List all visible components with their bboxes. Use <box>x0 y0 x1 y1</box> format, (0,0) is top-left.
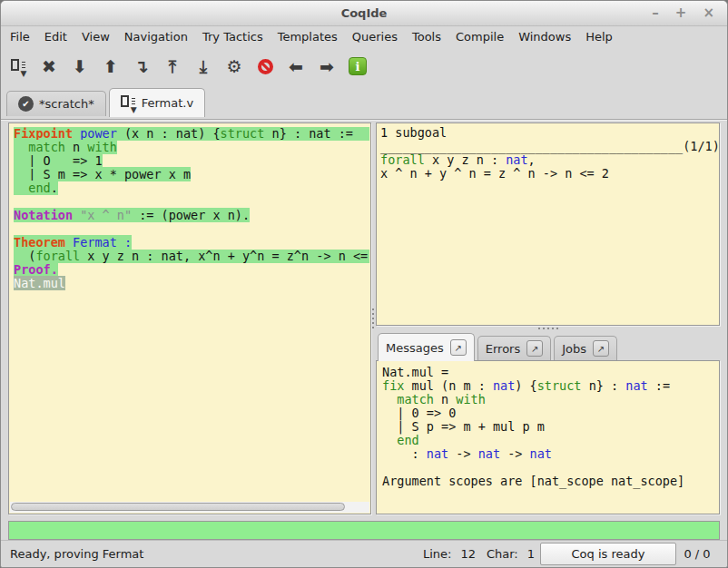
menu-help[interactable]: Help <box>578 27 620 46</box>
save-icon: ▼ <box>11 59 26 74</box>
code-line: (forall x y z n : nat, x^n + y^n = z^n -… <box>14 250 369 263</box>
splitter-handle-icon <box>538 328 558 329</box>
menu-templates[interactable]: Templates <box>271 27 345 46</box>
code-line: | S p => m + mul p m <box>382 420 713 434</box>
tab-scratch[interactable]: ✔ *scratch* <box>6 91 106 116</box>
script-editor[interactable]: Fixpoint power (x n : nat) {struct n} : … <box>10 124 369 501</box>
code-line: | S m => x * power x m <box>14 168 369 181</box>
previous-occurrence-button[interactable]: ⬅ <box>280 51 311 82</box>
code-line: : nat -> nat -> nat <box>382 447 713 461</box>
status-right: Line: 12 Char: 1 Coq is ready 0 / 0 <box>412 543 718 565</box>
messages-pane[interactable]: Nat.mul =fix mul (n m : nat) {struct n} … <box>376 360 720 514</box>
messages-tabbar: Messages ↗ Errors ↗ Jobs ↗ <box>376 332 720 360</box>
splitter-handle-icon <box>372 308 374 328</box>
tab-errors-label: Errors <box>486 342 520 356</box>
progress-fill <box>9 522 719 539</box>
tab-errors[interactable]: Errors ↗ <box>477 336 551 360</box>
tab-scratch-label: *scratch* <box>39 97 94 111</box>
code-line <box>382 461 713 475</box>
coq-status: Coq is ready <box>540 543 676 565</box>
menu-queries[interactable]: Queries <box>345 27 405 46</box>
detach-icon[interactable]: ↗ <box>526 340 543 357</box>
restart-button[interactable]: ⤒ <box>157 51 188 82</box>
code-line: forall x y z n : nat, <box>380 153 715 167</box>
detach-icon[interactable]: ↗ <box>450 339 467 356</box>
goto-cursor-icon: ↴ <box>134 56 149 76</box>
code-line: Argument scopes are [nat_scope nat_scope… <box>382 475 713 488</box>
char-label: Char: <box>487 547 518 561</box>
detach-icon[interactable]: ↗ <box>593 340 609 357</box>
tab-messages-label: Messages <box>386 341 444 355</box>
right-column: 1 subgoal_______________________________… <box>376 122 720 514</box>
menu-file[interactable]: File <box>3 27 37 46</box>
horizontal-scrollbar[interactable] <box>10 502 369 513</box>
window-controls: – + × <box>652 6 727 20</box>
fully-check-button[interactable]: ⚙ <box>219 51 250 82</box>
code-line: Nat.mul <box>14 277 369 290</box>
line-number: 12 <box>460 547 476 561</box>
close-button[interactable]: × <box>703 6 714 20</box>
code-line: 1 subgoal <box>380 126 715 140</box>
arrow-up-icon: ⬆ <box>103 56 118 76</box>
line-label: Line: <box>423 547 451 561</box>
arrow-to-bottom-icon: ⤓ <box>200 56 207 77</box>
close-document-button[interactable]: ✖ <box>34 51 64 82</box>
arrow-down-icon: ⬇ <box>73 56 87 76</box>
code-line: Theorem Fermat : <box>14 236 369 250</box>
backward-one-command-button[interactable]: ⬆ <box>95 51 126 82</box>
go-to-end-button[interactable]: ⤓ <box>188 51 219 82</box>
error-counter: 0 / 0 <box>676 547 718 561</box>
forward-one-command-button[interactable]: ⬇ <box>64 51 95 82</box>
code-line: match n with <box>14 141 369 154</box>
menu-compile[interactable]: Compile <box>448 27 511 46</box>
interrupt-icon <box>258 59 273 74</box>
code-line: match n with <box>382 393 713 406</box>
menu-try-tactics[interactable]: Try Tactics <box>195 27 271 46</box>
tab-fermat-label: Fermat.v <box>142 96 193 110</box>
coqide-window: CoqIde – + × File Edit View Navigation T… <box>0 0 728 568</box>
maximize-button[interactable]: + <box>675 6 687 20</box>
save-button[interactable]: ▼ <box>3 51 34 82</box>
minimize-button[interactable]: – <box>652 6 659 20</box>
tab-jobs-label: Jobs <box>562 342 586 356</box>
go-to-cursor-button[interactable]: ↴ <box>126 51 157 82</box>
check-icon: ✔ <box>18 96 34 112</box>
statusbar: Ready, proving Fermat Line: 12 Char: 1 C… <box>1 540 727 567</box>
info-icon: i <box>349 57 367 75</box>
tab-messages[interactable]: Messages ↗ <box>378 333 475 361</box>
code-line: Nat.mul = <box>382 366 713 379</box>
progress-bar <box>8 521 720 540</box>
next-occurrence-button[interactable]: ➡ <box>311 51 342 82</box>
scrollbar-thumb[interactable] <box>11 503 345 511</box>
titlebar: CoqIde – + × <box>1 1 727 26</box>
menu-edit[interactable]: Edit <box>37 27 74 46</box>
script-editor-frame: Fixpoint power (x n : nat) {struct n} : … <box>8 122 371 514</box>
code-line: Proof. <box>14 263 369 277</box>
document-icon: ▼ <box>121 95 136 111</box>
menu-tools[interactable]: Tools <box>405 27 448 46</box>
menu-view[interactable]: View <box>74 27 117 46</box>
document-tabbar: ✔ *scratch* ▼ Fermat.v <box>1 85 727 116</box>
arrow-left-icon: ⬅ <box>289 56 303 76</box>
horizontal-splitter[interactable] <box>376 326 720 332</box>
goals-pane[interactable]: 1 subgoal_______________________________… <box>376 122 720 326</box>
tab-jobs[interactable]: Jobs ↗ <box>554 336 617 360</box>
menu-navigation[interactable]: Navigation <box>117 27 195 46</box>
code-line <box>14 222 369 236</box>
code-line: end <box>382 434 713 447</box>
status-message: Ready, proving Fermat <box>10 547 412 561</box>
code-line: | O => 1 <box>14 154 369 168</box>
messages-notebook: Messages ↗ Errors ↗ Jobs ↗ Nat.mul =fix … <box>376 332 720 514</box>
about-button[interactable]: i <box>342 51 373 82</box>
gear-icon: ⚙ <box>226 56 241 76</box>
code-line: Notation "x ^ n" := (power x n). <box>14 209 369 222</box>
toolbar: ▼ ✖ ⬇ ⬆ ↴ ⤒ ⤓ ⚙ ⬅ ➡ i <box>1 47 727 85</box>
code-line: | 0 => 0 <box>382 406 713 420</box>
window-title: CoqIde <box>1 6 727 20</box>
menu-windows[interactable]: Windows <box>511 27 578 46</box>
tab-fermat[interactable]: ▼ Fermat.v <box>109 88 205 117</box>
code-line: x ^ n + y ^ n = z ^ n -> n <= 2 <box>380 167 715 181</box>
char-number: 1 <box>527 547 535 561</box>
interrupt-button[interactable] <box>250 51 280 82</box>
arrow-right-icon: ➡ <box>320 56 334 76</box>
